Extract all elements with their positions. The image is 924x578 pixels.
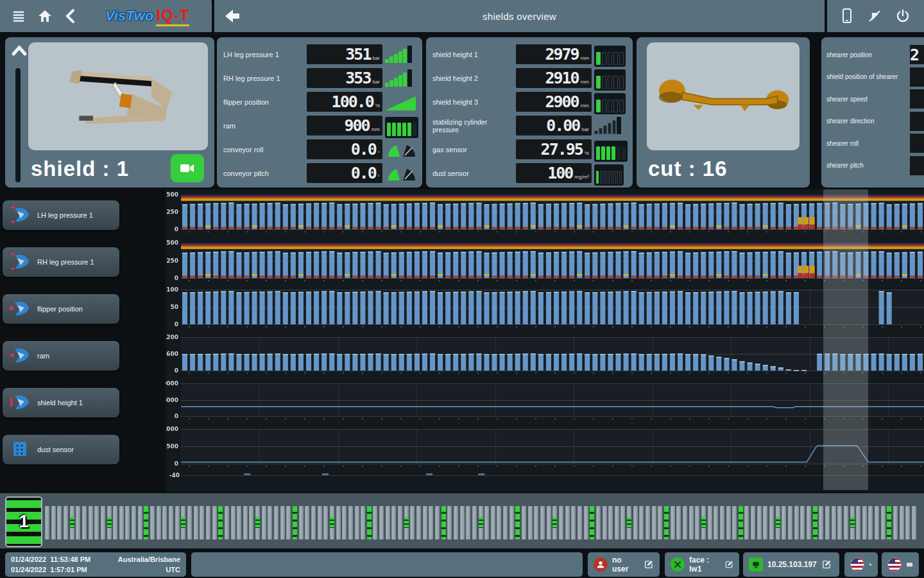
- timeline-slat[interactable]: [881, 506, 886, 539]
- timeline-slat[interactable]: [584, 506, 588, 539]
- timeline-slat[interactable]: [769, 506, 774, 539]
- timeline-slat[interactable]: [94, 506, 99, 539]
- timeline-slat[interactable]: [757, 506, 762, 539]
- timeline-slat[interactable]: [739, 506, 743, 539]
- edit-face-icon[interactable]: [724, 559, 733, 570]
- timeline-slat[interactable]: [658, 506, 662, 539]
- timeline-slat[interactable]: [466, 506, 470, 539]
- timeline-slat[interactable]: [856, 506, 860, 539]
- timeline-slat[interactable]: [825, 506, 830, 539]
- timeline-slat[interactable]: [323, 506, 328, 539]
- back-arrow-icon[interactable]: [223, 8, 241, 24]
- face-panel[interactable]: face : lw1: [665, 552, 739, 577]
- timeline-slat[interactable]: [255, 506, 260, 539]
- timeline-slat[interactable]: [652, 506, 656, 539]
- timeline-slat[interactable]: [540, 506, 545, 539]
- timeline-slat[interactable]: [423, 506, 427, 539]
- collapse-arrows-icon[interactable]: [867, 8, 882, 24]
- timeline-slat[interactable]: [671, 506, 675, 539]
- timeline-slat[interactable]: [484, 506, 489, 539]
- timeline-slat[interactable]: [615, 506, 619, 539]
- timeline-slat[interactable]: [268, 506, 272, 539]
- timeline-slat[interactable]: [169, 506, 173, 539]
- timeline-slat[interactable]: [435, 506, 440, 539]
- timeline-slat[interactable]: [410, 506, 415, 539]
- timeline-slat[interactable]: [578, 506, 582, 539]
- language-keyboard-panel[interactable]: [882, 552, 919, 577]
- timeline-slat[interactable]: [194, 506, 198, 539]
- timeline-slat[interactable]: [119, 506, 124, 539]
- sidebar-button-ram[interactable]: ram: [3, 341, 119, 371]
- sidebar-button-rh-leg-pressure-1[interactable]: RH leg pressure 1: [3, 247, 119, 277]
- timeline-slat[interactable]: [237, 506, 241, 539]
- timeline-slat[interactable]: [441, 506, 446, 539]
- timeline-slat[interactable]: [157, 506, 161, 539]
- timeline-slat[interactable]: [509, 506, 514, 539]
- timeline-slat[interactable]: [348, 506, 353, 539]
- sidebar-button-lh-leg-pressure-1[interactable]: LH leg pressure 1: [3, 200, 119, 230]
- timeline-slat[interactable]: [82, 506, 87, 539]
- timeline-slat[interactable]: [101, 506, 105, 539]
- timeline-slat[interactable]: [689, 506, 694, 539]
- shield-scroll-track[interactable]: [15, 68, 21, 182]
- network-panel[interactable]: 10.25.103.197: [743, 552, 839, 577]
- timeline-slat[interactable]: [175, 506, 180, 539]
- timeline-slat[interactable]: [336, 506, 341, 539]
- timeline-slat[interactable]: [744, 506, 749, 539]
- timeline-slat[interactable]: [603, 506, 607, 539]
- timeline-slat[interactable]: [497, 506, 501, 539]
- timeline-slat[interactable]: [144, 506, 148, 539]
- user-panel[interactable]: no user: [588, 552, 660, 577]
- timeline-slat[interactable]: [590, 506, 594, 539]
- timeline-slat[interactable]: [398, 506, 402, 539]
- timeline-slat[interactable]: [447, 506, 452, 539]
- timeline-slat[interactable]: [528, 506, 533, 539]
- timeline-slat[interactable]: [776, 506, 780, 539]
- timeline-slat[interactable]: [850, 506, 855, 539]
- timeline-slat[interactable]: [429, 506, 433, 539]
- power-icon[interactable]: [895, 8, 911, 24]
- timeline-slat[interactable]: [286, 506, 291, 539]
- timeline-slat[interactable]: [763, 506, 767, 539]
- edit-network-icon[interactable]: [821, 559, 832, 570]
- mobile-device-icon[interactable]: [841, 8, 853, 24]
- timeline-slat[interactable]: [249, 506, 253, 539]
- timeline-slat[interactable]: [472, 506, 477, 539]
- timeline-slat[interactable]: [89, 506, 93, 539]
- timeline-slat[interactable]: [893, 506, 898, 539]
- timeline-slat[interactable]: [788, 506, 792, 539]
- timeline-slat[interactable]: [318, 506, 322, 539]
- timeline-slat[interactable]: [875, 506, 879, 539]
- timeline-slat[interactable]: [218, 506, 223, 539]
- timeline-slat[interactable]: [404, 506, 409, 539]
- timeline-slat[interactable]: [361, 506, 365, 539]
- timeline-slat[interactable]: [720, 506, 724, 539]
- timeline-slat[interactable]: [150, 506, 155, 539]
- timeline-slat[interactable]: [608, 506, 613, 539]
- timeline-slat[interactable]: [342, 506, 346, 539]
- camera-button[interactable]: [171, 154, 204, 182]
- save-disk-icon[interactable]: [869, 559, 872, 570]
- timeline-slat[interactable]: [138, 506, 142, 539]
- timeline-slat[interactable]: [274, 506, 278, 539]
- timeline-slat[interactable]: [565, 506, 570, 539]
- timeline-slat[interactable]: [571, 506, 576, 539]
- timeline-slat[interactable]: [726, 506, 731, 539]
- keyboard-icon[interactable]: [906, 559, 913, 570]
- timeline-slat[interactable]: [522, 506, 526, 539]
- timeline-slat[interactable]: [181, 506, 185, 539]
- timeline-slat[interactable]: [832, 506, 836, 539]
- timeline-slat[interactable]: [887, 506, 891, 539]
- timeline-slat[interactable]: [552, 506, 557, 539]
- timeline-slat[interactable]: [57, 506, 62, 539]
- timeline-slat[interactable]: [708, 506, 712, 539]
- timeline-slat[interactable]: [559, 506, 563, 539]
- timeline-slat[interactable]: [837, 506, 842, 539]
- timeline-slat[interactable]: [676, 506, 681, 539]
- timeline-slat[interactable]: [714, 506, 718, 539]
- timeline-slat[interactable]: [70, 506, 74, 539]
- timeline-slat[interactable]: [460, 506, 465, 539]
- home-icon[interactable]: [37, 8, 53, 24]
- timeline-slat[interactable]: [311, 506, 316, 539]
- timeline-slat[interactable]: [596, 506, 601, 539]
